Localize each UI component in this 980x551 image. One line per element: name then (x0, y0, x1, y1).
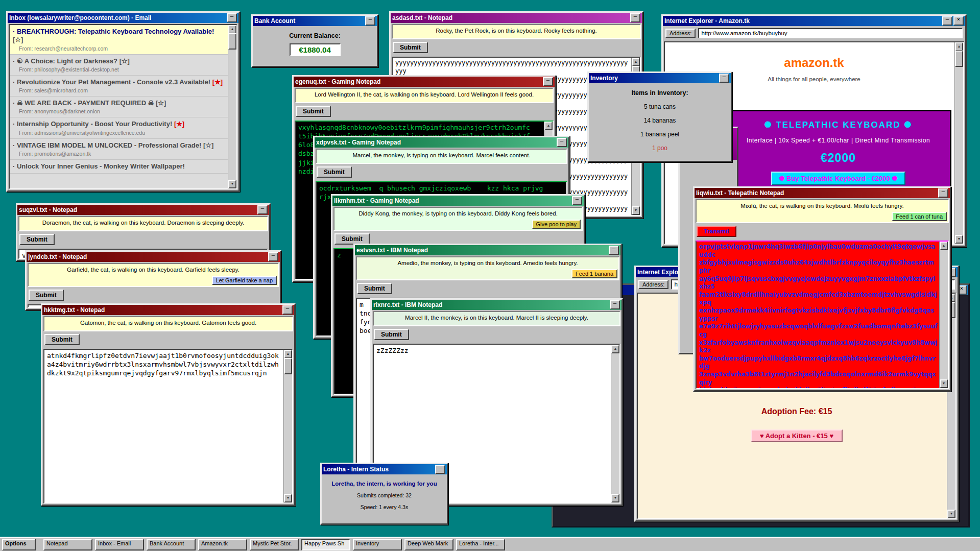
estvsn-titlebar[interactable]: estvsn.txt - IBM Notepad ─ (355, 245, 620, 255)
hkktmg-textarea[interactable]: atnkd4fkmgrlipfz0etdvn7ievwjaajt1b0rvmof… (43, 349, 293, 504)
star-icon[interactable]: [★] (212, 78, 223, 86)
scroll-up-icon[interactable]: ▲ (284, 350, 292, 358)
scrollbar[interactable]: ▲ ▼ (954, 42, 963, 244)
email-item[interactable]: · Internship Opportunity - Boost Your Pr… (10, 117, 228, 138)
scroll-down-icon[interactable]: ▼ (632, 206, 640, 215)
address-input[interactable]: http://www.amazon.tk/buybuybuy (698, 28, 963, 38)
submit-button[interactable]: Submit (296, 106, 331, 117)
taskbar-item-loretha[interactable]: Loretha - Inter... (456, 539, 505, 550)
inventory-titlebar[interactable]: Inventory ─ (589, 73, 731, 83)
scroll-up-icon[interactable]: ▲ (228, 25, 236, 34)
minimize-button[interactable]: ─ (365, 16, 375, 26)
minimize-button[interactable]: ─ (268, 252, 278, 261)
liqwiu-titlebar[interactable]: liqwiu.txt - Telepathic Notepad ─ (695, 188, 950, 198)
xdpvsk-titlebar[interactable]: xdpvsk.txt - Gaming Notepad ─ (315, 137, 568, 148)
submit-button[interactable]: Submit (393, 42, 428, 53)
submit-button[interactable]: Submit (374, 329, 409, 340)
scroll-up-icon[interactable]: ▲ (632, 58, 640, 66)
buy-keyboard-button[interactable]: ✺ Buy Telepathic Keyboard - €2000 ✺ (771, 172, 906, 185)
minimize-button[interactable]: ─ (543, 77, 553, 86)
hkktmg-titlebar[interactable]: hkktmg.txt - Notepad ─ (42, 305, 294, 315)
egenuq-titlebar[interactable]: egenuq.txt - Gaming Notepad ─ (294, 77, 555, 87)
minimize-button[interactable]: ─ (719, 74, 729, 83)
minimize-button[interactable]: ─ (227, 13, 237, 22)
scrollbar-thumb[interactable] (284, 358, 292, 374)
minimize-button[interactable]: ─ (609, 246, 619, 255)
minimize-button[interactable]: ─ (610, 300, 620, 309)
scrollbar[interactable]: ▲ ▼ (939, 242, 948, 388)
email-from: From: philosophy@existential-desktop.net (13, 66, 225, 73)
taskbar-item-amazon[interactable]: Amazon.tk (198, 539, 247, 550)
feed-tuna-button[interactable]: Feed 1 can of tuna (892, 212, 947, 221)
nap-button[interactable]: Let Garfield take a nap (212, 276, 277, 285)
bank-titlebar[interactable]: Bank Account ─ (253, 16, 377, 26)
scroll-down-icon[interactable]: ▼ (228, 180, 236, 188)
email-item[interactable]: · BREAKTHROUGH: Telepathic Keyboard Tech… (10, 25, 228, 55)
taskbar-item-mystic-pet-store[interactable]: Mystic Pet Stor. (250, 539, 299, 550)
minimize-button[interactable]: ─ (557, 138, 567, 147)
minimize-button[interactable]: ─ (257, 205, 268, 214)
submit-button[interactable]: Submit (357, 283, 392, 294)
options-button[interactable]: Options (2, 539, 36, 550)
minimize-button[interactable]: ─ (938, 188, 948, 198)
submit-button[interactable]: Submit (19, 234, 55, 245)
pet-status-message: Rocky, the Pet Rock, is on this keyboard… (392, 24, 641, 39)
scroll-down-icon[interactable]: ▼ (947, 510, 955, 518)
taskbar-item-inventory[interactable]: Inventory (353, 539, 402, 550)
taskbar-item-notepad[interactable]: Notepad (43, 539, 92, 550)
star-icon[interactable]: [☆] (13, 36, 23, 43)
transmit-button[interactable]: Transmit (697, 226, 736, 237)
scroll-up-icon[interactable]: ▲ (611, 345, 619, 353)
scroll-down-icon[interactable]: ▼ (955, 235, 963, 244)
scroll-up-icon[interactable]: ▲ (940, 242, 948, 250)
submit-button[interactable]: Submit (29, 290, 64, 301)
scrollbar-thumb[interactable] (228, 33, 236, 50)
rixnrc-titlebar[interactable]: rixnrc.txt - IBM Notepad ─ (372, 300, 622, 310)
minimize-button[interactable]: ─ (572, 196, 582, 205)
email-item[interactable]: · ☠ WE ARE BACK - PAYMENT REQUIRED ☠ [☆]… (10, 97, 228, 117)
email-item[interactable]: · ☯ A Choice: Light or Darkness? [☆] Fro… (10, 55, 228, 76)
scroll-up-icon[interactable]: ▲ (955, 42, 963, 51)
close-icon[interactable]: × (953, 16, 964, 26)
jyndcb-titlebar[interactable]: jyndcb.txt - Notepad ─ (27, 252, 280, 262)
minimize-button[interactable]: ─ (630, 13, 640, 22)
asdasd-titlebar[interactable]: asdasd.txt - Notepad ─ (391, 13, 642, 23)
adopt-kitten-button[interactable]: ♥ Adopt a Kitten - €15 ♥ (751, 429, 843, 442)
submit-button[interactable]: Submit (317, 166, 352, 178)
star-icon[interactable]: [☆] (203, 141, 213, 149)
star-icon[interactable]: [★] (174, 120, 184, 128)
star-icon[interactable]: [☆] (156, 99, 166, 107)
scrollbar-thumb[interactable] (955, 51, 963, 67)
taskbar-item-inbox-email[interactable]: Inbox - Email (95, 539, 144, 550)
scrollbar[interactable]: ▲ ▼ (611, 345, 619, 502)
scroll-up-icon[interactable]: ▲ (544, 122, 553, 130)
pet-status-text: Garfield, the cat, is walking on this ke… (67, 267, 240, 273)
star-icon[interactable]: [☆] (119, 57, 130, 65)
submit-button[interactable]: Submit (334, 233, 370, 245)
taskbar-item-happy-paws[interactable]: Happy Paws Sh (301, 539, 350, 550)
taskbar-item-deep-web-market[interactable]: Deep Web Mark (404, 539, 453, 550)
email-item[interactable]: · VINTAGE IBM MODEL M UNLOCKED - Profess… (10, 139, 228, 160)
suqzvl-titlebar[interactable]: suqzvl.txt - Notepad ─ (17, 205, 269, 215)
scrollbar[interactable]: ▲ ▼ (283, 350, 292, 502)
feed-banana-button[interactable]: Feed 1 banana (571, 269, 617, 278)
pet-status-text: Amedio, the monkey, is typing on this ke… (397, 260, 578, 266)
taskbar: Options Notepad Inbox - Email Bank Accou… (0, 537, 980, 551)
ilkmhm-titlebar[interactable]: ilkmhm.txt - Gaming Notepad ─ (332, 196, 584, 206)
give-poo-button[interactable]: Give poo to play (532, 220, 581, 229)
loretha-titlebar[interactable]: Loretha - Intern Status ─ (322, 464, 447, 474)
scroll-down-icon[interactable]: ▼ (940, 379, 948, 388)
taskbar-item-bank-account[interactable]: Bank Account (147, 539, 196, 550)
amazon-titlebar[interactable]: Internet Explorer - Amazon.tk ─ × (663, 16, 965, 26)
email-titlebar[interactable]: Inbox (lowsalarywriter@poocontent.com) -… (8, 13, 238, 23)
minimize-button[interactable]: ─ (282, 305, 293, 315)
scrollbar[interactable]: ▲ ▼ (228, 25, 236, 188)
email-item[interactable]: · Unlock Your Inner Genius - Monkey Writ… (10, 160, 228, 174)
scroll-down-icon[interactable]: ▼ (611, 494, 619, 502)
liqwiu-textarea[interactable]: orpvjptstvlqnp1jnwr4hq3iwzb6fjlp0njylbau… (696, 241, 949, 389)
email-item[interactable]: · Revolutionize Your Pet Management - Co… (10, 76, 228, 97)
minimize-button[interactable]: ─ (942, 16, 952, 26)
minimize-button[interactable]: ─ (435, 465, 445, 474)
scroll-down-icon[interactable]: ▼ (284, 494, 292, 502)
submit-button[interactable]: Submit (44, 334, 80, 345)
